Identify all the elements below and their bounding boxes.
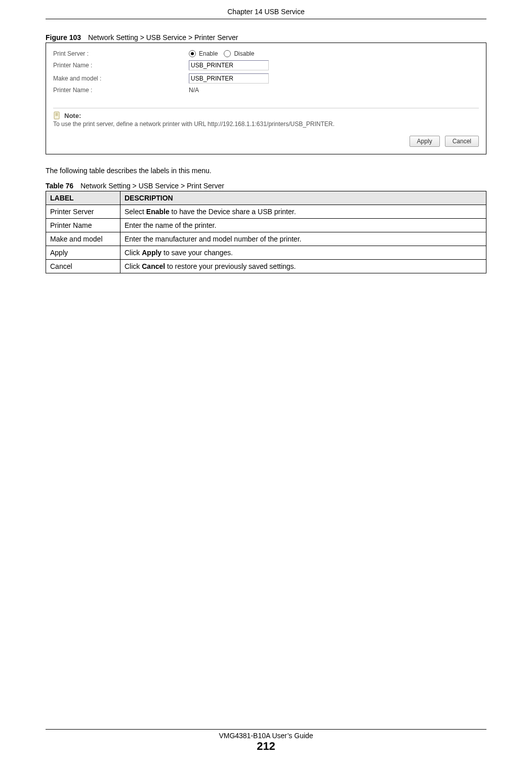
desc-pre: Select — [125, 208, 146, 216]
button-row: Apply Cancel — [46, 136, 486, 150]
note-block: Note: To use the print server, define a … — [53, 108, 479, 132]
figure-caption-text: Network Setting > USB Service > Printer … — [88, 33, 238, 42]
printer-name2-label: Printer Name : — [53, 87, 185, 94]
form-grid: Print Server : Enable Disable Printer Na… — [46, 43, 486, 97]
make-model-input[interactable] — [189, 73, 269, 84]
cancel-button[interactable]: Cancel — [445, 136, 479, 147]
table-row: Printer Name Enter the name of the print… — [46, 219, 486, 232]
th-description: DESCRIPTION — [120, 191, 486, 205]
print-server-radio-group: Enable Disable — [189, 50, 479, 57]
cell-desc: Enter the name of the printer. — [120, 219, 486, 232]
make-model-label: Make and model : — [53, 75, 185, 82]
content-area: Figure 103 Network Setting > USB Service… — [0, 19, 532, 273]
printer-name-input[interactable] — [189, 60, 269, 70]
desc-post: to save your changes. — [161, 249, 233, 257]
footer: VMG4381-B10A User’s Guide 212 — [0, 729, 532, 753]
apply-button[interactable]: Apply — [410, 136, 440, 147]
note-icon — [53, 111, 61, 119]
cell-label: Cancel — [46, 260, 120, 273]
cell-desc: Enter the manufacturer and model number … — [120, 232, 486, 246]
cell-label: Printer Server — [46, 205, 120, 219]
footer-guide: VMG4381-B10A User’s Guide — [0, 732, 532, 740]
figure-screenshot: Print Server : Enable Disable Printer Na… — [46, 43, 486, 154]
cell-label: Printer Name — [46, 219, 120, 232]
cell-desc: Click Apply to save your changes. — [120, 246, 486, 260]
figure-number: Figure 103 — [46, 33, 81, 42]
desc-pre: Enter the manufacturer and model number … — [125, 235, 301, 243]
printer-name-label: Printer Name : — [53, 62, 185, 69]
desc-post: to restore your previously saved setting… — [165, 262, 296, 270]
page: Chapter 14 USB Service Figure 103 Networ… — [0, 0, 532, 763]
cell-label: Make and model — [46, 232, 120, 246]
desc-bold: Enable — [146, 208, 170, 216]
cell-desc: Click Cancel to restore your previously … — [120, 260, 486, 273]
desc-pre: Click — [125, 249, 142, 257]
table-row: Printer Server Select Enable to have the… — [46, 205, 486, 219]
desc-post: to have the Device share a USB printer. — [170, 208, 296, 216]
desc-bold: Apply — [142, 249, 161, 257]
note-text: To use the print server, define a networ… — [53, 121, 479, 132]
table-row: Make and model Enter the manufacturer an… — [46, 232, 486, 246]
intro-paragraph: The following table describes the labels… — [46, 167, 486, 175]
printer-name2-value: N/A — [189, 87, 479, 94]
footer-rule — [46, 729, 486, 730]
table-row: Apply Click Apply to save your changes. — [46, 246, 486, 260]
cell-label: Apply — [46, 246, 120, 260]
desc-pre: Click — [125, 262, 142, 270]
description-table: LABEL DESCRIPTION Printer Server Select … — [46, 191, 486, 273]
th-label: LABEL — [46, 191, 120, 205]
radio-enable-label: Enable — [199, 50, 218, 57]
cell-desc: Select Enable to have the Device share a… — [120, 205, 486, 219]
figure-caption: Figure 103 Network Setting > USB Service… — [46, 33, 486, 42]
table-caption: Table 76 Network Setting > USB Service >… — [46, 182, 486, 190]
table-row: Cancel Click Cancel to restore your prev… — [46, 260, 486, 273]
radio-disable[interactable] — [224, 50, 231, 57]
note-heading: Note: — [64, 112, 81, 119]
note-heading-row: Note: — [53, 108, 479, 121]
desc-bold: Cancel — [142, 262, 165, 270]
chapter-header: Chapter 14 USB Service — [0, 0, 532, 16]
table-number: Table 76 — [46, 182, 73, 190]
desc-pre: Enter the name of the printer. — [125, 221, 216, 229]
radio-disable-label: Disable — [234, 50, 254, 57]
print-server-label: Print Server : — [53, 50, 185, 57]
page-number: 212 — [0, 740, 532, 753]
table-caption-text: Network Setting > USB Service > Print Se… — [80, 182, 224, 190]
radio-enable[interactable] — [189, 50, 196, 57]
